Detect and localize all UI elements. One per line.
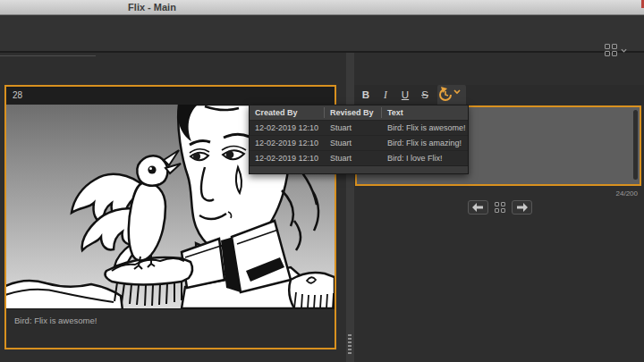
revision-author: Stuart bbox=[325, 123, 382, 132]
popup-footer bbox=[250, 165, 468, 173]
panel-header: 28 bbox=[6, 87, 335, 105]
splitter-grip-icon bbox=[348, 334, 352, 354]
underline-button[interactable]: U bbox=[396, 86, 414, 105]
revision-created: 12-02-2019 12:10 bbox=[250, 154, 325, 163]
grid-icon bbox=[605, 44, 617, 56]
revision-author: Stuart bbox=[325, 139, 382, 147]
arrow-right-icon bbox=[516, 203, 528, 212]
revision-history-popup: Created By Revised By Text 12-02-2019 12… bbox=[249, 105, 469, 174]
history-icon bbox=[437, 85, 464, 104]
revision-history-button[interactable] bbox=[437, 85, 466, 105]
revision-row[interactable]: 12-02-2019 12:10 Stuart Bird: Flix is am… bbox=[250, 135, 468, 150]
grid-icon bbox=[495, 202, 505, 213]
strikethrough-button[interactable]: S bbox=[416, 86, 434, 105]
panel-caption: Bird: Flix is awesome! bbox=[6, 308, 335, 348]
character-counter: 24/200 bbox=[616, 189, 638, 198]
panel-splitter[interactable] bbox=[346, 53, 354, 362]
revision-text: Bird: Flix is awesome! bbox=[382, 123, 468, 132]
revision-row[interactable]: 12-02-2019 12:10 Stuart Bird: I love Fli… bbox=[250, 150, 468, 165]
main-toolbar bbox=[0, 15, 644, 53]
chevron-down-icon bbox=[621, 47, 627, 54]
titlebar: Flix - Main bbox=[0, 0, 644, 15]
column-header-created-by: Created By bbox=[250, 107, 325, 118]
text-format-toolbar: B I U S bbox=[354, 85, 644, 105]
revision-created: 12-02-2019 12:10 bbox=[250, 123, 325, 132]
arrow-left-icon bbox=[472, 203, 484, 212]
flix-window: Flix - Main 28 bbox=[0, 0, 644, 362]
previous-panel-button[interactable] bbox=[468, 200, 488, 215]
revision-text: Bird: I love Flix! bbox=[382, 154, 468, 163]
panel-layout-menu-button[interactable] bbox=[605, 42, 633, 58]
panel-navigation bbox=[468, 200, 532, 215]
bold-button[interactable]: B bbox=[357, 86, 375, 105]
revision-row[interactable]: 12-02-2019 12:10 Stuart Bird: Flix is aw… bbox=[250, 120, 468, 135]
popup-header-row: Created By Revised By Text bbox=[250, 105, 468, 120]
window-title: Flix - Main bbox=[0, 2, 304, 13]
italic-button[interactable]: I bbox=[377, 86, 394, 105]
toolbar-underline bbox=[0, 55, 96, 56]
textarea-scrollbar[interactable] bbox=[633, 110, 638, 180]
column-header-text: Text bbox=[382, 107, 468, 118]
panel-number: 28 bbox=[13, 90, 22, 100]
next-panel-button[interactable] bbox=[512, 200, 532, 215]
revision-created: 12-02-2019 12:10 bbox=[250, 139, 325, 147]
column-header-revised-by: Revised By bbox=[325, 107, 382, 118]
grid-view-button[interactable] bbox=[493, 201, 507, 215]
revision-author: Stuart bbox=[325, 154, 382, 163]
revision-text: Bird: Flix is amazing! bbox=[382, 139, 468, 147]
